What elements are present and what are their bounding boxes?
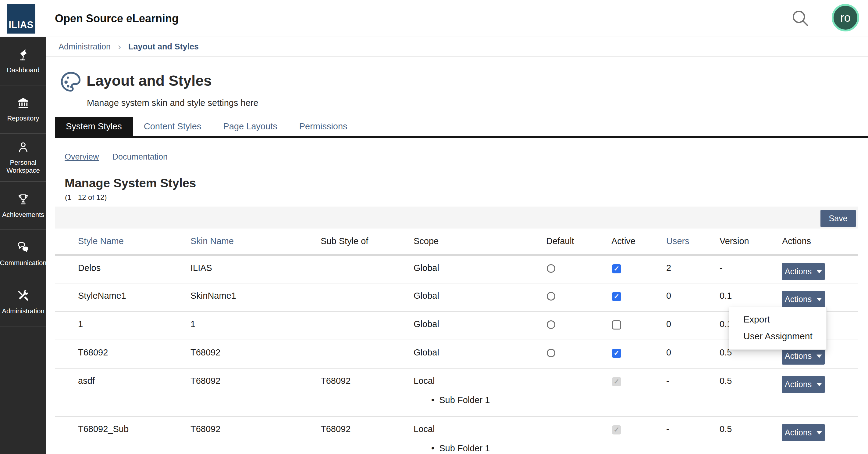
- active-checkbox-unchecked[interactable]: ✓: [612, 320, 621, 330]
- cell-active: ✓: [610, 312, 664, 340]
- result-range: (1 - 12 of 12): [65, 193, 107, 202]
- cell-skin-name: T68092: [189, 417, 319, 454]
- cell-default: [544, 283, 610, 312]
- table-header-row: Style NameSkin NameSub Style ofScopeDefa…: [55, 229, 858, 255]
- avatar[interactable]: ro: [832, 4, 859, 31]
- sidebar-item-achievements[interactable]: Achievements: [0, 182, 46, 230]
- cell-version: 0.5: [718, 417, 780, 454]
- breadcrumb-current-page[interactable]: Layout and Styles: [128, 42, 199, 52]
- sidebar-item-label: Communication: [0, 259, 46, 267]
- app-title: Open Source eLearning: [55, 0, 179, 37]
- cell-scope: Global: [412, 312, 544, 340]
- cell-sub-style-of: T68092: [319, 417, 412, 454]
- save-button[interactable]: Save: [820, 210, 856, 227]
- table-row: T68092_SubT68092T68092Local• Sub Folder …: [55, 417, 858, 454]
- sidebar-item-communication[interactable]: Communication: [0, 230, 46, 278]
- person-icon: [16, 140, 30, 155]
- cell-style-name: 1: [55, 312, 189, 340]
- default-radio[interactable]: [547, 264, 555, 273]
- cell-actions: Actions: [780, 368, 858, 417]
- cell-sub-style-of: [319, 255, 412, 283]
- cell-version: 0.5: [718, 368, 780, 417]
- scope-subfolder: • Sub Folder 1: [413, 443, 544, 453]
- actions-button[interactable]: Actions: [782, 376, 825, 393]
- page-title: Layout and Styles: [87, 72, 212, 90]
- topbar: ILIAS Open Source eLearning ro: [0, 0, 868, 37]
- column-header-users[interactable]: Users: [664, 229, 718, 255]
- cell-skin-name: SkinName1: [189, 283, 319, 312]
- actions-button[interactable]: Actions: [782, 291, 825, 308]
- breadcrumb: Administration › Layout and Styles: [46, 37, 868, 57]
- active-checkbox-checked[interactable]: ✓: [612, 292, 621, 301]
- main-content: Administration › Layout and Styles Layou…: [46, 37, 868, 454]
- actions-button[interactable]: Actions: [782, 347, 825, 365]
- column-header-version: Version: [718, 229, 780, 255]
- search-icon[interactable]: [790, 8, 811, 29]
- sidebar-item-label: Repository: [7, 114, 39, 122]
- cell-active: ✓: [610, 368, 664, 417]
- cell-scope: Local• Sub Folder 1: [412, 368, 544, 417]
- caret-down-icon: [816, 431, 822, 434]
- palette-icon: [59, 69, 83, 94]
- cell-users: 0: [664, 340, 718, 368]
- cell-users: -: [664, 417, 718, 454]
- trophy-icon: [16, 193, 30, 208]
- caret-down-icon: [816, 354, 822, 358]
- tab-system-styles[interactable]: System Styles: [55, 117, 133, 136]
- table-toolbar: Save: [55, 206, 858, 229]
- cell-style-name: T68092_Sub: [55, 417, 189, 454]
- caret-down-icon: [816, 298, 822, 301]
- actions-button[interactable]: Actions: [782, 424, 825, 441]
- sidebar-item-dashboard[interactable]: Dashboard: [0, 37, 46, 85]
- cell-skin-name: T68092: [189, 340, 319, 368]
- cell-active: ✓: [610, 340, 664, 368]
- sidebar: DashboardRepositoryPersonal WorkspaceAch…: [0, 37, 46, 454]
- column-header-scope: Scope: [412, 229, 544, 255]
- column-header-active: Active: [610, 229, 664, 255]
- sidebar-item-label: Administration: [2, 307, 44, 315]
- column-header-skin-name[interactable]: Skin Name: [189, 229, 319, 255]
- cell-sub-style-of: [319, 340, 412, 368]
- default-radio[interactable]: [547, 292, 555, 301]
- default-radio[interactable]: [547, 349, 555, 357]
- cell-skin-name: ILIAS: [189, 255, 319, 283]
- tab-page-layouts[interactable]: Page Layouts: [212, 117, 288, 136]
- chevron-right-icon: ›: [118, 41, 121, 52]
- actions-dropdown-menu: ExportUser Assignment: [729, 307, 827, 350]
- breadcrumb-administration[interactable]: Administration: [59, 42, 111, 52]
- active-checkbox-disabled: ✓: [612, 425, 621, 434]
- cell-sub-style-of: [319, 283, 412, 312]
- active-checkbox-checked[interactable]: ✓: [612, 349, 621, 358]
- tab-permissions[interactable]: Permissions: [288, 117, 359, 136]
- cell-default: [544, 340, 610, 368]
- ilias-logo[interactable]: ILIAS: [7, 4, 35, 34]
- sidebar-item-administration[interactable]: Administration: [0, 278, 46, 327]
- dropdown-item-export[interactable]: Export: [729, 311, 826, 328]
- sidebar-item-label: Personal Workspace: [1, 159, 46, 174]
- cell-scope: Global: [412, 283, 544, 312]
- cell-actions: Actions: [780, 255, 858, 283]
- cell-users: 2: [664, 255, 718, 283]
- sidebar-item-repository[interactable]: Repository: [0, 85, 46, 134]
- default-radio[interactable]: [547, 320, 555, 329]
- cell-default: [544, 312, 610, 340]
- subnav-overview[interactable]: Overview: [65, 151, 99, 162]
- chat-bubbles-icon: [16, 241, 30, 256]
- lamp-icon: [16, 48, 30, 63]
- subnav-documentation[interactable]: Documentation: [113, 151, 168, 162]
- column-header-style-name[interactable]: Style Name: [55, 229, 189, 255]
- active-checkbox-checked[interactable]: ✓: [612, 264, 621, 273]
- table-row: asdfT68092T68092Local• Sub Folder 1✓-0.5…: [55, 368, 858, 417]
- tab-content-styles[interactable]: Content Styles: [133, 117, 212, 136]
- column-header-sub-style-of: Sub Style of: [319, 229, 412, 255]
- tools-icon: [16, 289, 30, 304]
- cell-style-name: asdf: [55, 368, 189, 417]
- cell-active: ✓: [610, 255, 664, 283]
- dropdown-item-user-assignment[interactable]: User Assignment: [729, 328, 826, 344]
- caret-down-icon: [816, 383, 822, 386]
- tab-bar: System StylesContent StylesPage LayoutsP…: [55, 117, 868, 138]
- actions-button[interactable]: Actions: [782, 263, 825, 280]
- cell-sub-style-of: T68092: [319, 368, 412, 417]
- table-row: DelosILIASGlobal✓2-Actions: [55, 255, 858, 283]
- sidebar-item-personal-workspace[interactable]: Personal Workspace: [0, 134, 46, 182]
